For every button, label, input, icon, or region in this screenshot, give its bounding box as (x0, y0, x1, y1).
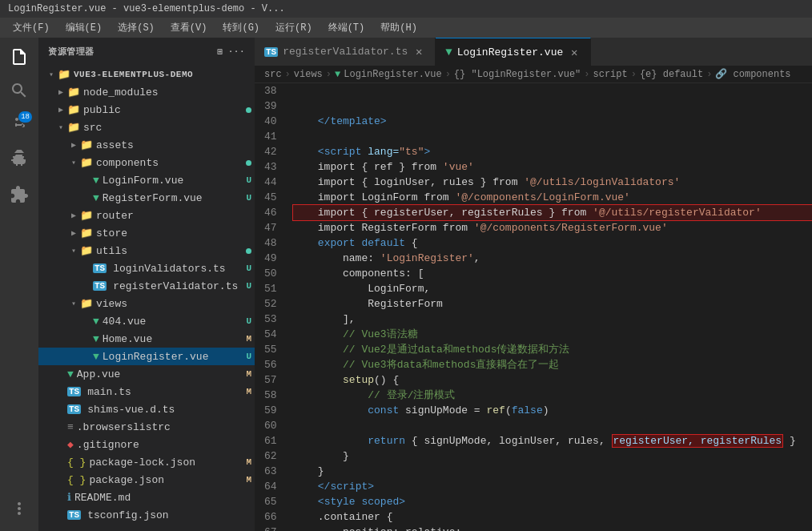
views-chevron: ▾ (67, 299, 80, 308)
menu-item-r[interactable]: 运行(R) (269, 19, 319, 36)
sidebar-item-utils[interactable]: ▾ 📁 utils (38, 242, 255, 259)
maints-label: main.ts (87, 386, 246, 398)
sidebar-item-store[interactable]: ▶ 📁 store (38, 224, 255, 242)
bc-script[interactable]: script (593, 69, 628, 80)
sidebar-item-node_modules[interactable]: ▶ 📁 node_modules (38, 83, 255, 101)
activity-extensions[interactable] (3, 179, 35, 211)
404-label: 404.vue (103, 316, 247, 328)
title-bar-title: LoginRegister.vue - vue3-elementplus-dem… (8, 3, 285, 14)
sidebar-item-public[interactable]: ▶ 📁 public (38, 101, 255, 119)
menu-item-h[interactable]: 帮助(H) (374, 19, 424, 36)
sidebar-item-router[interactable]: ▶ 📁 router (38, 207, 255, 224)
activity-files[interactable] (3, 41, 35, 73)
sidebar-item-registerform[interactable]: ▼ RegisterForm.vue U (38, 189, 255, 207)
gitignore-label: .gitignore (77, 439, 255, 451)
appvue-badge: M (246, 369, 251, 379)
bc-default[interactable]: {e} default (640, 69, 703, 80)
views-icon: 📁 (80, 297, 93, 310)
loginform-badge: U (246, 175, 251, 185)
assets-chevron: ▶ (67, 140, 80, 150)
menu-item-t[interactable]: 终端(T) (322, 19, 372, 36)
menu-item-e[interactable]: 编辑(E) (59, 19, 109, 36)
tab-registervalidator-close[interactable]: ✕ (412, 46, 425, 58)
bc-vue-icon: ▼ (335, 69, 340, 80)
bc-src[interactable]: src (264, 69, 282, 80)
activity-debug[interactable] (3, 142, 35, 174)
code-line-45: import RegisterForm from '@/components/R… (293, 220, 812, 235)
activity-git[interactable]: 18 (3, 108, 35, 140)
menu-item-g[interactable]: 转到(G) (216, 19, 266, 36)
sidebar-item-gitignore[interactable]: ◆ .gitignore (38, 436, 255, 453)
router-chevron: ▶ (67, 211, 80, 220)
line-num-44: 44 (264, 175, 277, 190)
sidebar-root[interactable]: ▾ 📁 VUE3-ELEMENTPLUS-DEMO (38, 66, 255, 83)
packagelock-badge: M (246, 457, 251, 467)
sidebar-item-404[interactable]: ▼ 404.vue U (38, 312, 255, 330)
bc-loginregister[interactable]: LoginRegister.vue (344, 69, 441, 80)
sidebar-item-packagejson[interactable]: { } package.json M (38, 471, 255, 489)
bc-obj[interactable]: {} "LoginRegister.vue" (454, 69, 581, 80)
public-label: public (83, 104, 246, 116)
sidebar-item-registervalidator[interactable]: TS registerValidator.ts U (38, 277, 255, 295)
shims-label: shims-vue.d.ts (87, 404, 255, 416)
menu-item-s[interactable]: 选择(S) (111, 19, 161, 36)
gitignore-icon: ◆ (67, 438, 74, 451)
code-line-51: ], (293, 312, 812, 327)
browserslistrc-label: .browserslistrc (77, 421, 255, 433)
sidebar-item-loginregister[interactable]: ▼ LoginRegister.vue U (38, 348, 255, 365)
sidebar-item-maints[interactable]: TS main.ts M (38, 383, 255, 400)
loginregister-badge: U (246, 352, 251, 361)
code-line-55: setup() { (293, 372, 812, 388)
sidebar-item-tsconfig[interactable]: TS tsconfig.json (38, 506, 255, 524)
line-num-62: 62 (264, 449, 277, 464)
readme-icon: ℹ (67, 491, 71, 504)
menu-item-v[interactable]: 查看(V) (164, 19, 214, 36)
tab-loginregister-label: LoginRegister.vue (457, 46, 564, 58)
registervalidator-badge: U (246, 281, 251, 291)
sidebar-item-views[interactable]: ▾ 📁 views (38, 295, 255, 312)
code-editor[interactable]: 3839404142434445464748495051525354555657… (255, 83, 812, 531)
sidebar-item-appvue[interactable]: ▼ App.vue M (38, 365, 255, 383)
sidebar-item-loginvalidators[interactable]: TS loginValidators.ts U (38, 259, 255, 277)
bc-components[interactable]: 🔗 components (715, 68, 790, 80)
sidebar-new-file-icon[interactable]: ⊞ (218, 46, 223, 57)
line-num-48: 48 (264, 235, 277, 251)
sidebar-item-readme[interactable]: ℹ README.md (38, 489, 255, 506)
sidebar-more-icon[interactable]: ··· (228, 46, 245, 57)
utils-dot (246, 248, 251, 254)
title-bar: LoginRegister.vue - vue3-elementplus-dem… (0, 0, 812, 18)
sidebar-content: ▾ 📁 VUE3-ELEMENTPLUS-DEMO ▶ 📁 node_modul… (38, 66, 255, 531)
line-num-41: 41 (264, 129, 277, 144)
line-num-56: 56 (264, 357, 277, 372)
router-label: router (96, 210, 255, 222)
tab-loginregister-close[interactable]: ✕ (568, 46, 581, 58)
tab-loginregister[interactable]: ▼ LoginRegister.vue ✕ (436, 38, 591, 66)
components-label: components (96, 157, 246, 169)
maints-icon: TS (67, 387, 81, 396)
sidebar-item-assets[interactable]: ▶ 📁 assets (38, 136, 255, 154)
activity-settings[interactable] (3, 493, 35, 525)
code-line-42: import { loginUser, rules } from '@/util… (293, 175, 812, 190)
appvue-label: App.vue (77, 368, 247, 380)
code-line-43: import LoginForm from '@/components/Logi… (293, 190, 812, 205)
bc-views[interactable]: views (294, 69, 323, 80)
menu-item-f[interactable]: 文件(F) (6, 19, 56, 36)
sidebar-item-loginform[interactable]: ▼ LoginForm.vue U (38, 171, 255, 189)
sidebar-item-browserslistrc[interactable]: ≡ .browserslistrc (38, 418, 255, 436)
sidebar: 资源管理器 ⊞ ··· ▾ 📁 VUE3-ELEMENTPLUS-DEMO ▶ … (38, 38, 255, 531)
sidebar-item-home[interactable]: ▼ Home.vue M (38, 330, 255, 348)
line-num-60: 60 (264, 418, 277, 433)
readme-label: README.md (74, 492, 255, 504)
tab-registervalidator[interactable]: TS registerValidator.ts ✕ (255, 38, 436, 66)
main-layout: 18 资源管理器 ⊞ ··· ▾ 📁 VUE3-ELEMENTPLUS (0, 38, 812, 531)
sidebar-item-packagelock[interactable]: { } package-lock.json M (38, 453, 255, 471)
loginform-icon: ▼ (93, 175, 99, 187)
sidebar-item-src[interactable]: ▾ 📁 src (38, 119, 255, 136)
activity-search[interactable] (3, 74, 35, 107)
sidebar-item-components[interactable]: ▾ 📁 components (38, 154, 255, 171)
tab-loginregister-icon: ▼ (445, 46, 452, 58)
sidebar-header: 资源管理器 ⊞ ··· (38, 38, 255, 66)
sidebar-item-shims[interactable]: TS shims-vue.d.ts (38, 400, 255, 418)
code-line-62: </script> (293, 479, 812, 494)
line-num-59: 59 (264, 403, 277, 418)
